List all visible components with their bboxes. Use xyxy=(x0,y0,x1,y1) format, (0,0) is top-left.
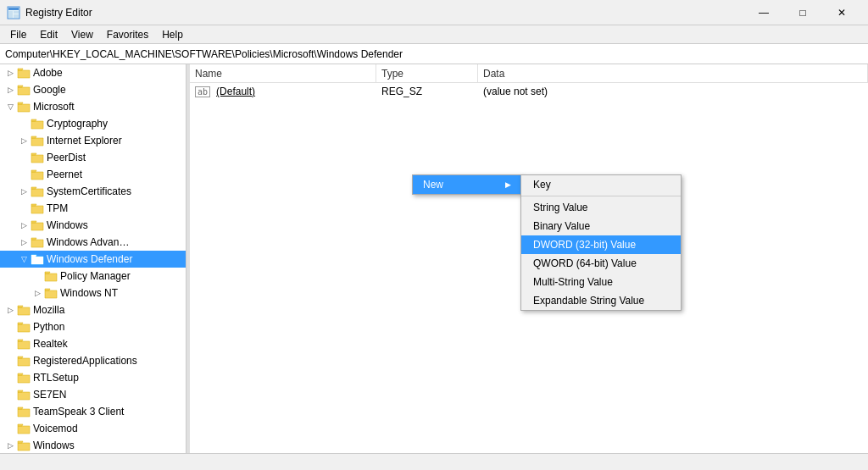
ctx-arrow-new: ▶ xyxy=(505,180,511,189)
column-headers: Name Type Data xyxy=(190,64,868,83)
context-submenu[interactable]: Key String Value Binary Value DWORD (32-… xyxy=(520,174,682,311)
tree-item-python[interactable]: Python xyxy=(0,318,186,335)
tree-item-adobe[interactable]: ▷ Adobe xyxy=(0,64,186,81)
tree-item-windows-nt[interactable]: ▷ Windows NT xyxy=(0,285,186,301)
col-header-data: Data xyxy=(478,64,868,82)
tree-label-windows-defender: Windows Defender xyxy=(47,253,132,265)
tree-item-rtlsetup[interactable]: RTLSetup xyxy=(0,369,186,386)
sub-item-key[interactable]: Key xyxy=(521,175,681,194)
tree-item-teamspeak[interactable]: TeamSpeak 3 Client xyxy=(0,403,186,420)
maximize-button[interactable]: □ xyxy=(783,0,822,25)
folder-icon-windows-root xyxy=(17,440,31,451)
folder-icon-tpm xyxy=(31,202,44,214)
toggle-windows-nt[interactable]: ▷ xyxy=(31,286,44,300)
sub-item-binary[interactable]: Binary Value xyxy=(521,217,681,235)
sub-label-dword: DWORD (32-bit) Value xyxy=(533,239,636,251)
row-type-default: REG_SZ xyxy=(376,86,478,97)
col-header-name: Name xyxy=(190,64,376,82)
sub-item-string[interactable]: String Value xyxy=(521,198,681,217)
address-path: Computer\HKEY_LOCAL_MACHINE\SOFTWARE\Pol… xyxy=(5,48,403,60)
sub-separator xyxy=(521,196,681,196)
right-panel: Name Type Data ab (Default) REG_SZ (valu… xyxy=(190,64,868,453)
tree-label-windows-nt: Windows NT xyxy=(60,287,118,299)
tree-item-windows-advanced[interactable]: ▷ Windows Advanced xyxy=(0,234,186,251)
sub-label-expandable-string: Expandable String Value xyxy=(533,295,644,307)
menu-edit[interactable]: Edit xyxy=(33,27,64,42)
toggle-microsoft[interactable]: ▽ xyxy=(3,100,17,113)
folder-icon-python xyxy=(17,321,31,333)
folder-icon-voicemod xyxy=(17,423,31,434)
minimize-button[interactable]: — xyxy=(744,0,783,25)
sub-label-string: String Value xyxy=(533,202,587,213)
menu-file[interactable]: File xyxy=(3,27,33,42)
folder-icon-teamspeak xyxy=(17,406,31,417)
title-bar: Registry Editor — □ ✕ xyxy=(0,0,868,25)
tree-item-tpm[interactable]: TPM xyxy=(0,200,186,217)
tree-panel[interactable]: ▷ Adobe ▷ Google ▽ Microsoft xyxy=(0,64,186,453)
tree-item-systemcerts[interactable]: ▷ SystemCertificates xyxy=(0,183,186,200)
toggle-windows-defender[interactable]: ▽ xyxy=(17,252,31,266)
folder-icon-registered-apps xyxy=(17,355,31,367)
tree-item-windows-defender[interactable]: ▽ Windows Defender xyxy=(0,251,186,268)
status-bar xyxy=(0,453,868,470)
tree-item-registered-apps[interactable]: RegisteredApplications xyxy=(0,352,186,369)
context-menu-new[interactable]: New ▶ xyxy=(412,174,522,195)
sub-item-qword[interactable]: QWORD (64-bit) Value xyxy=(521,254,681,273)
toggle-windows-root[interactable]: ▷ xyxy=(3,439,17,452)
tree-item-mozilla[interactable]: ▷ Mozilla xyxy=(0,301,186,318)
tree-item-voicemod[interactable]: Voicemod xyxy=(0,420,186,437)
tree-item-policy-manager[interactable]: Policy Manager xyxy=(0,268,186,285)
window-title: Registry Editor xyxy=(25,7,744,19)
tree-label-tpm: TPM xyxy=(47,202,68,214)
tree-item-internet-explorer[interactable]: ▷ Internet Explorer xyxy=(0,132,186,149)
toggle-adobe[interactable]: ▷ xyxy=(3,66,17,80)
folder-icon-windows-nt xyxy=(44,287,58,299)
tree-label-windows: Windows xyxy=(47,219,88,231)
tree-item-cryptography[interactable]: Cryptography xyxy=(0,115,186,132)
tree-label-python: Python xyxy=(33,321,64,333)
tree-item-microsoft[interactable]: ▽ Microsoft xyxy=(0,98,186,115)
menu-favorites[interactable]: Favorites xyxy=(100,27,155,42)
toggle-windows[interactable]: ▷ xyxy=(17,218,31,232)
folder-icon-peerdist xyxy=(31,152,44,163)
svg-rect-2 xyxy=(8,11,13,18)
main-content: ▷ Adobe ▷ Google ▽ Microsoft xyxy=(0,64,868,453)
sub-item-dword[interactable]: DWORD (32-bit) Value xyxy=(521,235,681,254)
toggle-systemcerts[interactable]: ▷ xyxy=(17,185,31,198)
tree-item-windows-root[interactable]: ▷ Windows xyxy=(0,437,186,453)
tree-item-realtek[interactable]: Realtek xyxy=(0,335,186,352)
tree-label-peerdist: PeerDist xyxy=(47,152,86,163)
menu-help[interactable]: Help xyxy=(155,27,190,42)
tree-item-peernet[interactable]: Peernet xyxy=(0,166,186,183)
toggle-windows-advanced[interactable]: ▷ xyxy=(17,235,31,249)
tree-item-google[interactable]: ▷ Google xyxy=(0,81,186,98)
sub-item-expandable-string[interactable]: Expandable String Value xyxy=(521,291,681,310)
menu-view[interactable]: View xyxy=(64,27,100,42)
toggle-mozilla[interactable]: ▷ xyxy=(3,303,17,317)
tree-item-peerdist[interactable]: PeerDist xyxy=(0,149,186,166)
default-value-name: (Default) xyxy=(216,86,255,97)
folder-icon-realtek xyxy=(17,338,31,350)
tree-label-windows-advanced: Windows Advanced xyxy=(47,236,131,248)
toggle-internet-explorer[interactable]: ▷ xyxy=(17,134,31,147)
ctx-item-new[interactable]: New ▶ xyxy=(413,175,521,194)
table-row[interactable]: ab (Default) REG_SZ (value not set) xyxy=(190,83,868,100)
sub-label-binary: Binary Value xyxy=(533,220,590,232)
folder-icon-cryptography xyxy=(31,118,44,130)
sub-item-multi-string[interactable]: Multi-String Value xyxy=(521,273,681,291)
svg-rect-3 xyxy=(14,11,19,14)
tree-label-voicemod: Voicemod xyxy=(33,423,78,434)
folder-icon-windows xyxy=(31,219,44,231)
tree-label-google: Google xyxy=(33,84,66,96)
row-name-default: ab (Default) xyxy=(190,86,376,97)
close-button[interactable]: ✕ xyxy=(822,0,861,25)
address-bar: Computer\HKEY_LOCAL_MACHINE\SOFTWARE\Pol… xyxy=(0,44,868,64)
row-data-default: (value not set) xyxy=(478,86,868,97)
ctx-new-label: New xyxy=(423,179,443,191)
tree-label-systemcerts: SystemCertificates xyxy=(47,185,131,197)
tree-item-se7en[interactable]: SE7EN xyxy=(0,386,186,403)
sub-label-key: Key xyxy=(533,179,551,191)
folder-icon-microsoft xyxy=(17,101,31,113)
tree-item-windows[interactable]: ▷ Windows xyxy=(0,217,186,234)
toggle-google[interactable]: ▷ xyxy=(3,83,17,97)
